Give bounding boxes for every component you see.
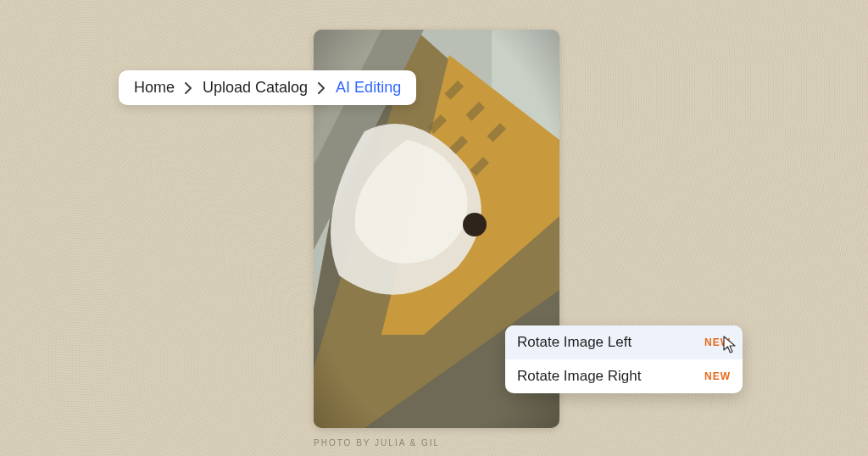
breadcrumb-item-home[interactable]: Home — [134, 79, 175, 97]
chevron-right-icon — [185, 82, 192, 94]
breadcrumb: Home Upload Catalog AI Editing — [119, 70, 416, 105]
menu-item-label: Rotate Image Right — [517, 368, 641, 385]
breadcrumb-item-upload-catalog[interactable]: Upload Catalog — [203, 79, 308, 97]
context-menu: Rotate Image Left NEW Rotate Image Right… — [505, 325, 743, 393]
new-badge: NEW — [704, 336, 731, 348]
breadcrumb-item-ai-editing[interactable]: AI Editing — [336, 79, 401, 97]
menu-item-rotate-right[interactable]: Rotate Image Right NEW — [505, 359, 743, 393]
new-badge: NEW — [704, 370, 731, 382]
menu-item-label: Rotate Image Left — [517, 334, 632, 351]
menu-item-rotate-left[interactable]: Rotate Image Left NEW — [505, 325, 743, 359]
photo-credit: PHOTO BY JULIA & GIL — [314, 438, 440, 448]
chevron-right-icon — [318, 82, 326, 94]
